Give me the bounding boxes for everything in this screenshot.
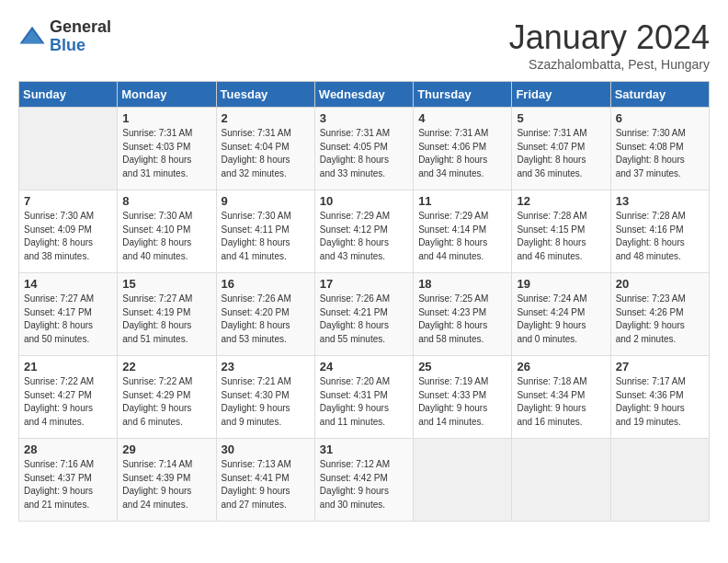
day-number: 12	[517, 194, 605, 208]
logo-general: General	[50, 18, 111, 37]
calendar-cell: 9Sunrise: 7:30 AMSunset: 4:11 PMDaylight…	[216, 190, 314, 273]
day-number: 11	[418, 194, 506, 208]
day-number: 16	[222, 277, 310, 291]
week-row-4: 21Sunrise: 7:22 AMSunset: 4:27 PMDayligh…	[19, 356, 710, 439]
calendar-cell	[414, 439, 512, 522]
calendar-cell: 2Sunrise: 7:31 AMSunset: 4:04 PMDaylight…	[216, 108, 314, 190]
day-number: 9	[222, 194, 310, 208]
day-info: Sunrise: 7:30 AMSunset: 4:09 PMDaylight:…	[24, 210, 112, 263]
day-info: Sunrise: 7:27 AMSunset: 4:19 PMDaylight:…	[122, 293, 210, 346]
week-row-2: 7Sunrise: 7:30 AMSunset: 4:09 PMDaylight…	[19, 190, 710, 273]
calendar-cell	[19, 108, 118, 190]
logo-icon	[18, 23, 46, 51]
calendar-cell: 5Sunrise: 7:31 AMSunset: 4:07 PMDaylight…	[512, 108, 610, 190]
day-info: Sunrise: 7:28 AMSunset: 4:15 PMDaylight:…	[517, 210, 605, 263]
day-number: 28	[24, 442, 112, 456]
day-number: 6	[616, 111, 704, 125]
day-number: 21	[24, 360, 112, 373]
calendar-cell: 8Sunrise: 7:30 AMSunset: 4:10 PMDaylight…	[118, 190, 216, 273]
week-row-3: 14Sunrise: 7:27 AMSunset: 4:17 PMDayligh…	[19, 273, 710, 356]
day-number: 29	[122, 442, 210, 456]
day-info: Sunrise: 7:30 AMSunset: 4:08 PMDaylight:…	[616, 127, 704, 180]
logo-blue: Blue	[50, 37, 111, 55]
logo: General Blue	[18, 18, 111, 55]
day-info: Sunrise: 7:30 AMSunset: 4:10 PMDaylight:…	[122, 210, 210, 263]
calendar-cell: 10Sunrise: 7:29 AMSunset: 4:12 PMDayligh…	[314, 190, 413, 273]
calendar-cell: 28Sunrise: 7:16 AMSunset: 4:37 PMDayligh…	[19, 439, 118, 522]
day-number: 4	[418, 111, 506, 125]
day-info: Sunrise: 7:23 AMSunset: 4:26 PMDaylight:…	[616, 293, 704, 346]
day-info: Sunrise: 7:16 AMSunset: 4:37 PMDaylight:…	[24, 458, 112, 511]
page-header: General Blue January 2024 Szazhalombatta…	[18, 18, 710, 72]
day-info: Sunrise: 7:17 AMSunset: 4:36 PMDaylight:…	[616, 375, 704, 429]
day-number: 1	[122, 111, 210, 125]
day-number: 5	[517, 111, 605, 125]
day-number: 18	[418, 277, 506, 291]
calendar-cell: 1Sunrise: 7:31 AMSunset: 4:03 PMDaylight…	[118, 108, 216, 190]
day-number: 7	[24, 194, 112, 208]
weekday-header-friday: Friday	[512, 82, 610, 108]
day-info: Sunrise: 7:20 AMSunset: 4:31 PMDaylight:…	[320, 375, 408, 429]
calendar-cell: 24Sunrise: 7:20 AMSunset: 4:31 PMDayligh…	[314, 356, 413, 439]
calendar-cell: 7Sunrise: 7:30 AMSunset: 4:09 PMDaylight…	[19, 190, 118, 273]
weekday-header-saturday: Saturday	[610, 82, 709, 108]
day-number: 15	[122, 277, 210, 291]
calendar-cell	[512, 439, 610, 522]
weekday-header-row: SundayMondayTuesdayWednesdayThursdayFrid…	[19, 82, 710, 108]
day-info: Sunrise: 7:28 AMSunset: 4:16 PMDaylight:…	[616, 210, 704, 263]
day-number: 13	[616, 194, 704, 208]
day-info: Sunrise: 7:29 AMSunset: 4:14 PMDaylight:…	[418, 210, 506, 263]
calendar-cell: 29Sunrise: 7:14 AMSunset: 4:39 PMDayligh…	[118, 439, 216, 522]
calendar-cell: 21Sunrise: 7:22 AMSunset: 4:27 PMDayligh…	[19, 356, 118, 439]
calendar-cell: 25Sunrise: 7:19 AMSunset: 4:33 PMDayligh…	[414, 356, 512, 439]
day-number: 27	[616, 360, 704, 373]
day-info: Sunrise: 7:18 AMSunset: 4:34 PMDaylight:…	[517, 375, 605, 429]
week-row-1: 1Sunrise: 7:31 AMSunset: 4:03 PMDaylight…	[19, 108, 710, 190]
day-info: Sunrise: 7:21 AMSunset: 4:30 PMDaylight:…	[222, 375, 310, 429]
weekday-header-sunday: Sunday	[19, 82, 118, 108]
day-info: Sunrise: 7:19 AMSunset: 4:33 PMDaylight:…	[418, 375, 506, 429]
day-number: 20	[616, 277, 704, 291]
calendar-cell: 20Sunrise: 7:23 AMSunset: 4:26 PMDayligh…	[610, 273, 709, 356]
calendar-cell: 6Sunrise: 7:30 AMSunset: 4:08 PMDaylight…	[610, 108, 709, 190]
day-number: 3	[320, 111, 408, 125]
weekday-header-tuesday: Tuesday	[216, 82, 314, 108]
calendar-cell: 22Sunrise: 7:22 AMSunset: 4:29 PMDayligh…	[118, 356, 216, 439]
day-number: 19	[517, 277, 605, 291]
day-number: 14	[24, 277, 112, 291]
calendar-cell: 4Sunrise: 7:31 AMSunset: 4:06 PMDaylight…	[414, 108, 512, 190]
day-info: Sunrise: 7:29 AMSunset: 4:12 PMDaylight:…	[320, 210, 408, 263]
calendar-cell: 14Sunrise: 7:27 AMSunset: 4:17 PMDayligh…	[19, 273, 118, 356]
day-info: Sunrise: 7:31 AMSunset: 4:04 PMDaylight:…	[222, 127, 310, 180]
day-info: Sunrise: 7:31 AMSunset: 4:03 PMDaylight:…	[122, 127, 210, 180]
day-info: Sunrise: 7:26 AMSunset: 4:20 PMDaylight:…	[222, 293, 310, 346]
calendar-cell: 17Sunrise: 7:26 AMSunset: 4:21 PMDayligh…	[314, 273, 413, 356]
day-number: 30	[222, 442, 310, 456]
day-info: Sunrise: 7:31 AMSunset: 4:05 PMDaylight:…	[320, 127, 408, 180]
calendar-cell	[610, 439, 709, 522]
day-info: Sunrise: 7:30 AMSunset: 4:11 PMDaylight:…	[222, 210, 310, 263]
week-row-5: 28Sunrise: 7:16 AMSunset: 4:37 PMDayligh…	[19, 439, 710, 522]
calendar-cell: 13Sunrise: 7:28 AMSunset: 4:16 PMDayligh…	[610, 190, 709, 273]
calendar-cell: 18Sunrise: 7:25 AMSunset: 4:23 PMDayligh…	[414, 273, 512, 356]
calendar-cell: 27Sunrise: 7:17 AMSunset: 4:36 PMDayligh…	[610, 356, 709, 439]
day-number: 8	[122, 194, 210, 208]
day-number: 24	[320, 360, 408, 373]
calendar-cell: 16Sunrise: 7:26 AMSunset: 4:20 PMDayligh…	[216, 273, 314, 356]
day-info: Sunrise: 7:24 AMSunset: 4:24 PMDaylight:…	[517, 293, 605, 346]
calendar-cell: 30Sunrise: 7:13 AMSunset: 4:41 PMDayligh…	[216, 439, 314, 522]
day-info: Sunrise: 7:12 AMSunset: 4:42 PMDaylight:…	[320, 458, 408, 511]
day-info: Sunrise: 7:22 AMSunset: 4:27 PMDaylight:…	[24, 375, 112, 429]
day-number: 2	[222, 111, 310, 125]
day-info: Sunrise: 7:31 AMSunset: 4:06 PMDaylight:…	[418, 127, 506, 180]
day-info: Sunrise: 7:27 AMSunset: 4:17 PMDaylight:…	[24, 293, 112, 346]
calendar-cell: 15Sunrise: 7:27 AMSunset: 4:19 PMDayligh…	[118, 273, 216, 356]
location: Szazhalombatta, Pest, Hungary	[509, 57, 710, 72]
weekday-header-monday: Monday	[118, 82, 216, 108]
month-title: January 2024	[509, 18, 710, 57]
day-number: 25	[418, 360, 506, 373]
day-info: Sunrise: 7:31 AMSunset: 4:07 PMDaylight:…	[517, 127, 605, 180]
title-block: January 2024 Szazhalombatta, Pest, Hunga…	[509, 18, 710, 72]
calendar-cell: 3Sunrise: 7:31 AMSunset: 4:05 PMDaylight…	[314, 108, 413, 190]
calendar-cell: 19Sunrise: 7:24 AMSunset: 4:24 PMDayligh…	[512, 273, 610, 356]
